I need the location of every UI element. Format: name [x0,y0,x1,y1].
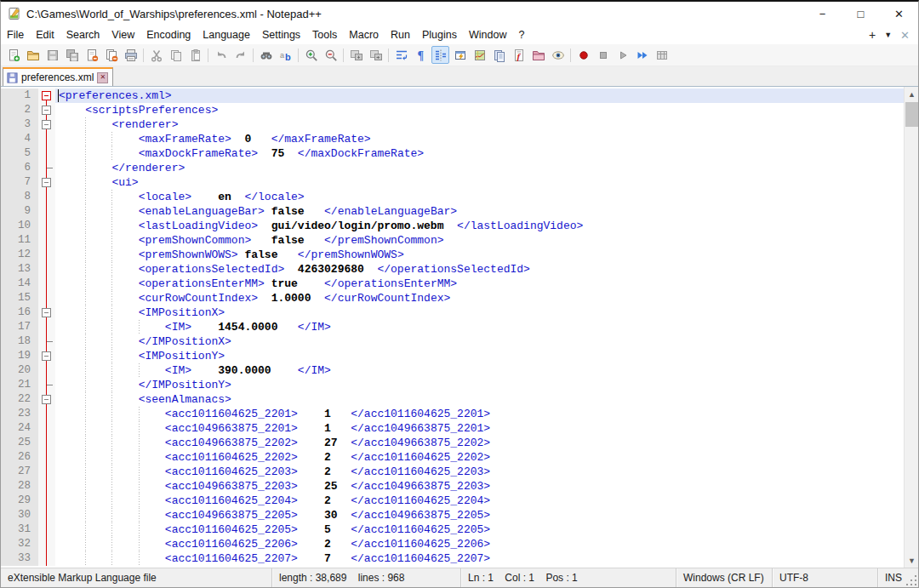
code-line-29[interactable]: 29 <acc1011604625_2204> 2 </acc101160462… [1,494,904,508]
code-text[interactable]: </renderer> [55,161,904,175]
macro-run-multiple-icon[interactable] [633,46,651,64]
code-text[interactable]: <acc1011604625_2206> 2 </acc1011604625_2… [55,537,904,551]
line-number[interactable]: 29 [1,494,38,508]
macro-record-icon[interactable] [574,46,592,64]
line-number[interactable]: 11 [1,233,38,248]
code-text[interactable]: </IMPositionY> [55,378,904,392]
line-number[interactable]: 4 [1,132,38,146]
copy-icon[interactable] [167,46,185,64]
resize-grip[interactable] [906,575,918,587]
code-text[interactable]: <acc1011604625_2203> 2 </acc1011604625_2… [55,465,904,479]
redo-icon[interactable] [231,46,249,64]
code-line-5[interactable]: 5 <maxDockFrameRate> 75 </maxDockFrameRa… [1,146,904,161]
code-text[interactable]: <enableLanguageBar> false </enableLangua… [55,204,904,219]
line-number[interactable]: 1 [1,88,38,103]
code-text[interactable]: <acc1011604625_2201> 1 </acc1011604625_2… [55,407,904,421]
code-text[interactable]: <renderer> [55,117,904,132]
paste-icon[interactable] [186,46,204,64]
menu-item-language[interactable]: Language [197,27,256,43]
fold-margin[interactable] [38,522,55,537]
fold-margin[interactable] [38,291,55,305]
line-number[interactable]: 19 [1,349,38,363]
line-number[interactable]: 33 [1,551,38,566]
zoom-out-icon[interactable] [322,46,340,64]
fold-margin[interactable] [38,320,55,334]
line-number[interactable]: 12 [1,248,38,262]
fold-margin[interactable] [38,407,55,421]
code-text[interactable]: <curRowCountIndex> 1.0000 </curRowCountI… [55,291,904,305]
code-line-4[interactable]: 4 <maxFrameRate> 0 </maxFrameRate> [1,132,904,146]
undo-icon[interactable] [212,46,230,64]
print-icon[interactable] [122,46,140,64]
fold-collapse-icon[interactable] [42,395,51,404]
fold-margin[interactable] [38,190,55,204]
code-line-25[interactable]: 25 <acc1049663875_2202> 27 </acc10496638… [1,436,904,450]
fold-margin[interactable] [38,551,55,566]
line-number[interactable]: 20 [1,363,38,378]
fold-margin[interactable] [38,175,55,190]
zoom-in-icon[interactable] [302,46,320,64]
fold-margin[interactable] [38,450,55,465]
code-line-16[interactable]: 16 <IMPositionX> [1,305,904,320]
line-number[interactable]: 7 [1,175,38,190]
fold-margin[interactable] [38,88,55,103]
tab-close-icon[interactable]: ✕ [97,72,108,83]
sync-vertical-scroll-icon[interactable] [347,46,365,64]
scroll-up-arrow-icon[interactable]: ▲ [905,87,918,101]
scroll-down-arrow-icon[interactable]: ▼ [905,553,918,568]
fold-margin[interactable] [38,363,55,378]
line-number[interactable]: 27 [1,465,38,479]
code-line-22[interactable]: 22 <seenAlmanacs> [1,392,904,407]
fold-margin[interactable] [38,421,55,436]
code-text[interactable]: <acc1011604625_2204> 2 </acc1011604625_2… [55,494,904,508]
new-file-icon[interactable] [4,46,22,64]
code-text[interactable]: <maxDockFrameRate> 75 </maxDockFrameRate… [55,146,904,161]
fold-collapse-icon[interactable] [42,106,51,115]
fold-margin[interactable] [38,508,55,522]
code-line-9[interactable]: 9 <enableLanguageBar> false </enableLang… [1,204,904,219]
scrollbar-thumb[interactable] [905,102,918,127]
code-text[interactable]: <lastLoadingVideo> gui/video/login/promo… [55,219,904,233]
line-number[interactable]: 23 [1,407,38,421]
code-line-2[interactable]: 2 <scriptsPreferences> [1,103,904,117]
code-text[interactable]: <acc1049663875_2203> 25 </acc1049663875_… [55,479,904,494]
code-text[interactable]: <acc1011604625_2202> 2 </acc1011604625_2… [55,450,904,465]
close-all-docs-icon[interactable] [102,46,120,64]
cut-icon[interactable] [147,46,165,64]
show-indent-guide-icon[interactable] [431,46,449,64]
code-line-27[interactable]: 27 <acc1011604625_2203> 2 </acc101160462… [1,465,904,479]
macro-stop-icon[interactable] [594,46,612,64]
maximize-button[interactable]: □ [842,2,880,26]
line-number[interactable]: 10 [1,219,38,233]
code-line-33[interactable]: 33 <acc1011604625_2207> 7 </acc101160462… [1,551,904,566]
doc-switcher-icon[interactable] [451,46,469,64]
fold-margin[interactable] [38,233,55,248]
macro-play-icon[interactable] [614,46,631,64]
close-tab-icon[interactable]: ✕ [900,30,910,41]
fold-margin[interactable] [38,117,55,132]
doc-map-icon[interactable] [471,46,488,64]
code-line-18[interactable]: 18 </IMPositionX> [1,334,904,349]
code-line-11[interactable]: 11 <premShownCommon> false </premShownCo… [1,233,904,248]
code-line-14[interactable]: 14 <operationsEnterMM> true </operations… [1,277,904,291]
code-text[interactable]: <seenAlmanacs> [55,392,904,407]
line-number[interactable]: 31 [1,522,38,537]
line-number[interactable]: 21 [1,378,38,392]
fold-margin[interactable] [38,204,55,219]
fold-margin[interactable] [38,378,55,392]
code-line-3[interactable]: 3 <renderer> [1,117,904,132]
menu-item-file[interactable]: File [1,27,30,43]
minimize-button[interactable]: − [803,2,842,26]
fold-margin[interactable] [38,392,55,407]
code-text[interactable]: <acc1011604625_2207> 7 </acc1011604625_2… [55,551,904,566]
code-line-8[interactable]: 8 <locale> en </locale> [1,190,904,204]
function-list-icon[interactable]: f [510,46,528,64]
code-text[interactable]: <operationsSelectedId> 4263029680 </oper… [55,262,904,277]
fold-margin[interactable] [38,262,55,277]
code-line-15[interactable]: 15 <curRowCountIndex> 1.0000 </curRowCou… [1,291,904,305]
code-text[interactable]: <locale> en </locale> [55,190,904,204]
fold-margin[interactable] [38,132,55,146]
code-text[interactable]: <preferences.xml> [55,88,904,103]
code-text[interactable]: <premShownCommon> false </premShownCommo… [55,233,904,248]
line-number[interactable]: 24 [1,421,38,436]
